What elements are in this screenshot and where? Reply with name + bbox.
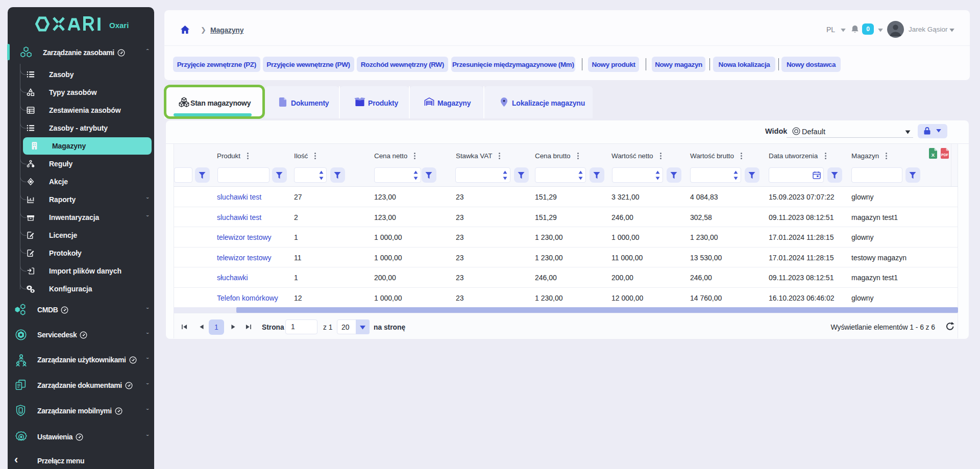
svg-text:X: X (932, 152, 935, 158)
svg-text:PDF: PDF (941, 153, 949, 157)
